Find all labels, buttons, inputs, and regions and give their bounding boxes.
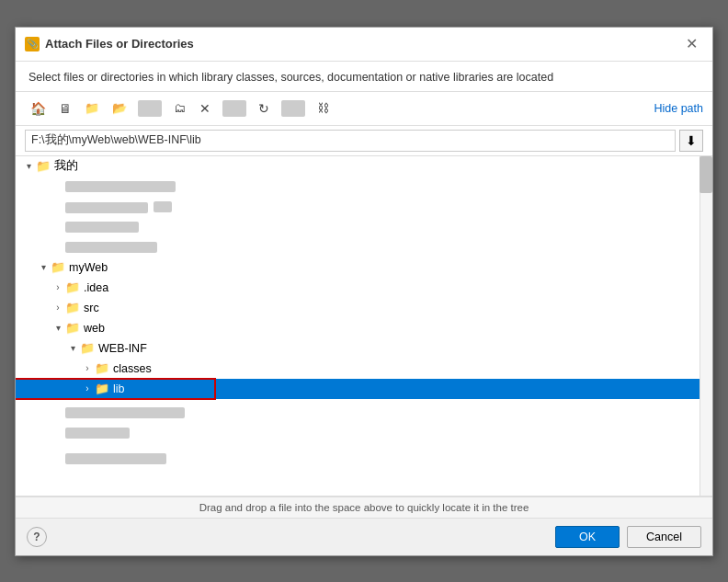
path-download-button[interactable]: ⬇	[679, 130, 703, 152]
scrollbar-track[interactable]	[700, 156, 712, 496]
blurred-item-3	[16, 217, 712, 237]
tree-item-wode[interactable]: ▾ 📁 我的	[16, 156, 712, 177]
footer-left: ?	[27, 527, 47, 547]
toolbar-buttons: 🏠 🖥 📁 📂 🗂 ✕ ↻ ⛓	[25, 97, 335, 120]
description-text: Select files or directories in which lib…	[16, 62, 712, 92]
desktop-button[interactable]: 🖥	[53, 97, 77, 120]
tree-item-webinf[interactable]: ▾ 📁 WEB-INF	[16, 338, 712, 359]
cancel-button[interactable]: Cancel	[627, 526, 701, 548]
refresh-button[interactable]: ↻	[252, 97, 276, 120]
item-label-wode: 我的	[54, 158, 78, 174]
link-button[interactable]: ⛓	[311, 97, 335, 119]
tree-item-idea[interactable]: › 📁 .idea	[16, 278, 712, 298]
delete-button[interactable]: ✕	[193, 97, 217, 120]
folder-icon-web: 📁	[65, 321, 80, 335]
item-label-myweb: myWeb	[69, 261, 108, 274]
item-label-web: web	[84, 322, 105, 335]
expand-idea[interactable]: ›	[51, 282, 65, 292]
folder-icon-idea: 📁	[65, 280, 80, 294]
toolbar-separator-2	[222, 100, 246, 117]
tree-item-classes[interactable]: › 📁 classes	[16, 359, 712, 379]
tree-folder-button[interactable]: 🗂	[167, 97, 191, 119]
home-button[interactable]: 🏠	[25, 97, 51, 120]
toolbar-separator-3	[281, 100, 305, 117]
expand-web[interactable]: ▾	[51, 323, 65, 333]
folder-icon-myweb: 📁	[51, 260, 65, 274]
hide-path-button[interactable]: Hide path	[654, 102, 703, 115]
expand-myweb[interactable]: ▾	[36, 262, 51, 272]
attach-files-dialog: 📎 Attach Files or Directories ✕ Select f…	[15, 27, 713, 556]
footer: ? OK Cancel	[16, 518, 712, 555]
dialog-icon: 📎	[25, 37, 40, 51]
folder-icon-src: 📁	[65, 301, 80, 314]
tree-item-lib[interactable]: › 📁 lib	[16, 379, 712, 399]
item-label-src: src	[84, 302, 99, 314]
tree-item-web[interactable]: ▾ 📁 web	[16, 318, 712, 338]
expand-src[interactable]: ›	[51, 302, 65, 313]
title-bar-left: 📎 Attach Files or Directories	[25, 37, 194, 51]
tree-item-src[interactable]: › 📁 src	[16, 298, 712, 318]
blurred-item-7	[16, 449, 712, 469]
folder-icon-lib: 📁	[95, 382, 109, 395]
title-bar: 📎 Attach Files or Directories ✕	[16, 28, 712, 62]
folder-icon-wode: 📁	[36, 159, 51, 173]
item-label-webinf: WEB-INF	[98, 342, 147, 355]
close-button[interactable]: ✕	[680, 35, 703, 53]
path-input[interactable]	[25, 130, 676, 152]
folder-icon-webinf: 📁	[80, 341, 95, 355]
dialog-title: Attach Files or Directories	[45, 37, 194, 51]
drag-drop-hint: Drag and drop a file into the space abov…	[16, 496, 712, 518]
path-bar: ⬇	[16, 126, 712, 156]
tree-item-myweb[interactable]: ▾ 📁 myWeb	[16, 257, 712, 278]
blurred-item-1	[16, 177, 712, 197]
file-tree[interactable]: ▾ 📁 我的 ▾ 📁 myWeb › 📁 .	[16, 156, 712, 496]
open-folder-button[interactable]: 📂	[107, 97, 132, 119]
item-label-lib: lib	[113, 382, 125, 395]
expand-lib[interactable]: ›	[80, 383, 95, 394]
expand-webinf[interactable]: ▾	[65, 343, 80, 353]
toolbar: 🏠 🖥 📁 📂 🗂 ✕ ↻ ⛓ Hide path	[16, 92, 712, 126]
blurred-item-5	[16, 403, 712, 423]
ok-button[interactable]: OK	[555, 526, 620, 548]
help-button[interactable]: ?	[27, 527, 47, 547]
folder-icon-classes: 📁	[95, 361, 109, 375]
blurred-item-2	[16, 197, 712, 217]
footer-buttons: OK Cancel	[555, 526, 701, 548]
blurred-item-6	[16, 423, 712, 443]
expand-classes[interactable]: ›	[80, 363, 95, 373]
scrollbar-thumb[interactable]	[700, 156, 712, 193]
item-label-idea: .idea	[84, 281, 108, 294]
toolbar-separator-1	[138, 100, 162, 117]
expand-wode[interactable]: ▾	[21, 161, 36, 171]
blurred-item-4	[16, 237, 712, 257]
new-folder-button[interactable]: 📁	[79, 97, 105, 119]
item-label-classes: classes	[113, 362, 152, 375]
